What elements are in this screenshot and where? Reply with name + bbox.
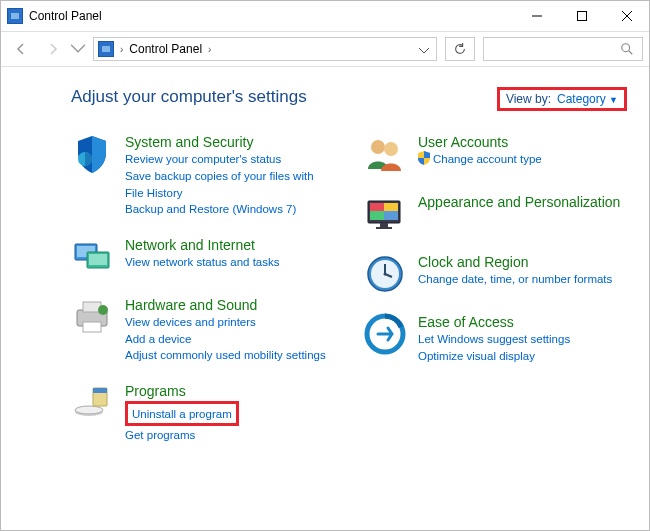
svg-point-16 — [75, 406, 103, 414]
task-link[interactable]: Add a device — [125, 331, 334, 348]
task-link[interactable]: View network status and tasks — [125, 254, 334, 271]
view-by-label: View by: — [506, 92, 551, 106]
category-ease-of-access: Ease of Access Let Windows suggest setti… — [364, 313, 627, 365]
svg-point-4 — [622, 44, 630, 52]
network-icon — [71, 236, 113, 278]
page-title: Adjust your computer's settings — [71, 87, 307, 107]
svg-rect-18 — [93, 388, 107, 393]
programs-icon — [71, 382, 113, 424]
svg-rect-10 — [89, 254, 107, 265]
chevron-down-icon: ▼ — [609, 95, 618, 105]
category-clock-region: Clock and Region Change date, time, or n… — [364, 253, 627, 295]
svg-rect-25 — [370, 211, 384, 220]
clock-icon — [364, 253, 406, 295]
category-link[interactable]: Network and Internet — [125, 236, 334, 254]
control-panel-window: Control Panel › Control Panel › Adjust y… — [0, 0, 650, 531]
task-link[interactable]: Adjust commonly used mobility settings — [125, 347, 334, 364]
address-dropdown-icon[interactable] — [416, 40, 432, 58]
category-link[interactable]: User Accounts — [418, 133, 627, 151]
task-link[interactable]: Optimize visual display — [418, 348, 627, 365]
left-column: System and Security Review your computer… — [71, 133, 334, 462]
category-hardware-sound: Hardware and Sound View devices and prin… — [71, 296, 334, 364]
forward-button[interactable] — [39, 35, 67, 63]
svg-point-20 — [384, 142, 398, 156]
svg-rect-24 — [384, 203, 398, 211]
uac-shield-icon — [418, 151, 430, 165]
chevron-right-icon[interactable]: › — [120, 44, 123, 55]
search-input[interactable] — [483, 37, 643, 61]
task-link[interactable]: Review your computer's status — [125, 151, 334, 168]
recent-locations-button[interactable] — [71, 35, 85, 63]
svg-rect-1 — [577, 12, 586, 21]
svg-point-19 — [371, 140, 385, 154]
task-link[interactable]: Save backup copies of your files with Fi… — [125, 168, 334, 201]
task-link[interactable]: Let Windows suggest settings — [418, 331, 627, 348]
search-icon — [620, 42, 634, 56]
svg-rect-27 — [376, 227, 392, 229]
svg-rect-23 — [370, 203, 384, 211]
task-link[interactable]: Get programs — [125, 427, 334, 444]
task-link[interactable]: Change account type — [418, 151, 627, 168]
view-by-control: View by: Category ▼ — [497, 87, 627, 111]
view-by-dropdown[interactable]: Category ▼ — [557, 92, 618, 106]
category-link[interactable]: Appearance and Personalization — [418, 193, 627, 211]
content-area: Adjust your computer's settings View by:… — [1, 67, 649, 530]
chevron-right-icon[interactable]: › — [208, 44, 211, 55]
category-programs: Programs Uninstall a program Get program… — [71, 382, 334, 444]
control-panel-icon — [7, 8, 23, 24]
minimize-button[interactable] — [514, 2, 559, 30]
window-title: Control Panel — [29, 9, 514, 23]
back-button[interactable] — [7, 35, 35, 63]
svg-point-14 — [98, 305, 108, 315]
monitor-icon — [364, 193, 406, 235]
svg-line-5 — [629, 51, 633, 55]
navigation-bar: › Control Panel › — [1, 31, 649, 67]
category-user-accounts: User Accounts Change account type — [364, 133, 627, 175]
highlighted-link: Uninstall a program — [125, 401, 239, 426]
breadcrumb-item[interactable]: Control Panel — [129, 42, 202, 56]
users-icon — [364, 133, 406, 175]
category-link[interactable]: Ease of Access — [418, 313, 627, 331]
ease-of-access-icon — [364, 313, 406, 355]
category-system-security: System and Security Review your computer… — [71, 133, 334, 218]
category-link[interactable]: Clock and Region — [418, 253, 627, 271]
printer-icon — [71, 296, 113, 338]
refresh-button[interactable] — [445, 37, 475, 61]
svg-rect-26 — [380, 223, 388, 227]
task-link[interactable]: View devices and printers — [125, 314, 334, 331]
category-appearance: Appearance and Personalization — [364, 193, 627, 235]
right-column: User Accounts Change account type Appear… — [364, 133, 627, 462]
category-link[interactable]: System and Security — [125, 133, 334, 151]
task-link-uninstall[interactable]: Uninstall a program — [132, 408, 232, 420]
control-panel-icon — [98, 41, 114, 57]
window-buttons — [514, 2, 649, 30]
shield-icon — [71, 133, 113, 175]
task-link[interactable]: Change date, time, or number formats — [418, 271, 627, 288]
category-link[interactable]: Hardware and Sound — [125, 296, 334, 314]
titlebar: Control Panel — [1, 1, 649, 31]
category-link[interactable]: Programs — [125, 382, 334, 400]
task-link[interactable]: Backup and Restore (Windows 7) — [125, 201, 334, 218]
maximize-button[interactable] — [559, 2, 604, 30]
category-network-internet: Network and Internet View network status… — [71, 236, 334, 278]
address-bar[interactable]: › Control Panel › — [93, 37, 437, 61]
svg-point-32 — [384, 273, 387, 276]
close-button[interactable] — [604, 2, 649, 30]
svg-rect-13 — [83, 322, 101, 332]
